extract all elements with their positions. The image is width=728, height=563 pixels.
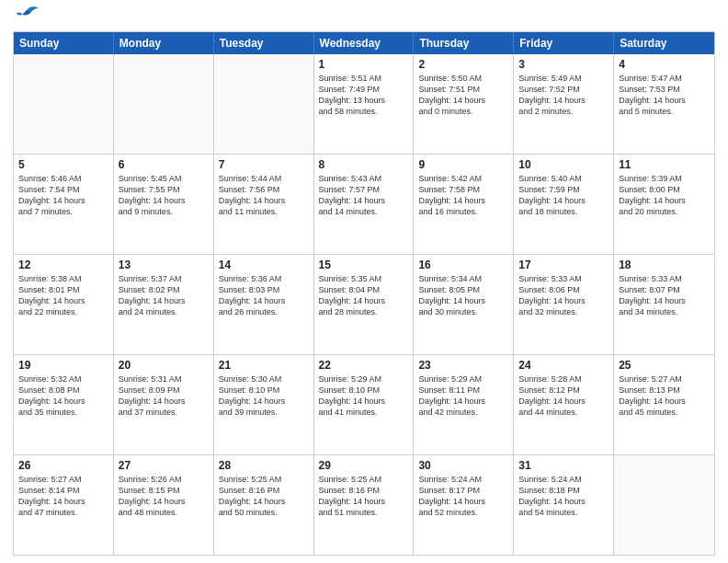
calendar-cell-26: 26Sunrise: 5:27 AM Sunset: 8:14 PM Dayli… — [14, 455, 114, 555]
day-info: Sunrise: 5:50 AM Sunset: 7:51 PM Dayligh… — [418, 73, 508, 118]
header — [13, 9, 715, 24]
day-number: 2 — [418, 58, 508, 71]
day-number: 21 — [219, 359, 309, 372]
calendar-cell-10: 10Sunrise: 5:40 AM Sunset: 7:59 PM Dayli… — [514, 155, 614, 254]
day-number: 27 — [119, 459, 209, 472]
calendar-cell-13: 13Sunrise: 5:37 AM Sunset: 8:02 PM Dayli… — [114, 255, 214, 354]
calendar-cell-12: 12Sunrise: 5:38 AM Sunset: 8:01 PM Dayli… — [14, 255, 114, 354]
calendar-row-1: 5Sunrise: 5:46 AM Sunset: 7:54 PM Daylig… — [14, 154, 714, 254]
calendar-row-2: 12Sunrise: 5:38 AM Sunset: 8:01 PM Dayli… — [14, 254, 714, 354]
day-info: Sunrise: 5:47 AM Sunset: 7:53 PM Dayligh… — [619, 73, 710, 118]
day-info: Sunrise: 5:35 AM Sunset: 8:04 PM Dayligh… — [319, 273, 409, 318]
calendar-cell-20: 20Sunrise: 5:31 AM Sunset: 8:09 PM Dayli… — [114, 355, 214, 454]
day-number: 26 — [18, 459, 108, 472]
weekday-header-saturday: Saturday — [614, 32, 714, 54]
day-number: 13 — [119, 259, 209, 271]
calendar-cell-empty-0-0 — [14, 54, 114, 154]
calendar-cell-11: 11Sunrise: 5:39 AM Sunset: 8:00 PM Dayli… — [614, 155, 714, 254]
day-info: Sunrise: 5:38 AM Sunset: 8:01 PM Dayligh… — [18, 273, 108, 318]
calendar: SundayMondayTuesdayWednesdayThursdayFrid… — [13, 31, 715, 556]
day-info: Sunrise: 5:42 AM Sunset: 7:58 PM Dayligh… — [418, 173, 508, 218]
day-number: 11 — [619, 158, 710, 171]
day-number: 22 — [319, 359, 409, 372]
day-number: 25 — [619, 359, 710, 372]
day-number: 18 — [619, 259, 710, 271]
calendar-cell-14: 14Sunrise: 5:36 AM Sunset: 8:03 PM Dayli… — [214, 255, 314, 354]
day-number: 6 — [119, 158, 209, 171]
day-number: 14 — [219, 259, 309, 271]
calendar-cell-empty-4-6 — [614, 455, 714, 555]
calendar-row-3: 19Sunrise: 5:32 AM Sunset: 8:08 PM Dayli… — [14, 354, 714, 454]
day-number: 10 — [518, 158, 609, 171]
calendar-cell-16: 16Sunrise: 5:34 AM Sunset: 8:05 PM Dayli… — [414, 255, 514, 354]
calendar-cell-22: 22Sunrise: 5:29 AM Sunset: 8:10 PM Dayli… — [314, 355, 415, 454]
calendar-cell-15: 15Sunrise: 5:35 AM Sunset: 8:04 PM Dayli… — [314, 255, 415, 354]
day-info: Sunrise: 5:49 AM Sunset: 7:52 PM Dayligh… — [518, 73, 609, 118]
day-number: 16 — [418, 259, 508, 271]
calendar-cell-8: 8Sunrise: 5:43 AM Sunset: 7:57 PM Daylig… — [314, 155, 415, 254]
day-number: 7 — [219, 158, 309, 171]
calendar-cell-5: 5Sunrise: 5:46 AM Sunset: 7:54 PM Daylig… — [14, 155, 114, 254]
day-number: 8 — [319, 158, 409, 171]
day-info: Sunrise: 5:24 AM Sunset: 8:18 PM Dayligh… — [518, 474, 609, 519]
day-number: 24 — [518, 359, 609, 372]
calendar-cell-empty-0-1 — [114, 54, 214, 154]
weekday-header-monday: Monday — [114, 32, 214, 54]
day-info: Sunrise: 5:36 AM Sunset: 8:03 PM Dayligh… — [219, 273, 309, 318]
day-info: Sunrise: 5:40 AM Sunset: 7:59 PM Dayligh… — [518, 173, 609, 218]
day-number: 29 — [319, 459, 409, 472]
day-number: 23 — [418, 359, 508, 372]
calendar-cell-21: 21Sunrise: 5:30 AM Sunset: 8:10 PM Dayli… — [214, 355, 314, 454]
calendar-cell-25: 25Sunrise: 5:27 AM Sunset: 8:13 PM Dayli… — [614, 355, 714, 454]
day-info: Sunrise: 5:33 AM Sunset: 8:07 PM Dayligh… — [619, 273, 710, 318]
day-number: 12 — [18, 259, 108, 271]
calendar-body: 1Sunrise: 5:51 AM Sunset: 7:49 PM Daylig… — [14, 54, 714, 555]
page: SundayMondayTuesdayWednesdayThursdayFrid… — [0, 0, 728, 563]
day-info: Sunrise: 5:43 AM Sunset: 7:57 PM Dayligh… — [319, 173, 409, 218]
weekday-header-tuesday: Tuesday — [214, 32, 314, 54]
day-info: Sunrise: 5:34 AM Sunset: 8:05 PM Dayligh… — [418, 273, 508, 318]
day-info: Sunrise: 5:24 AM Sunset: 8:17 PM Dayligh… — [418, 474, 508, 519]
weekday-header-friday: Friday — [514, 32, 614, 54]
day-info: Sunrise: 5:31 AM Sunset: 8:09 PM Dayligh… — [119, 373, 209, 419]
day-number: 3 — [518, 58, 609, 71]
calendar-cell-30: 30Sunrise: 5:24 AM Sunset: 8:17 PM Dayli… — [414, 455, 514, 555]
day-info: Sunrise: 5:46 AM Sunset: 7:54 PM Dayligh… — [18, 173, 108, 218]
day-info: Sunrise: 5:32 AM Sunset: 8:08 PM Dayligh… — [18, 373, 108, 419]
day-number: 19 — [18, 359, 108, 372]
calendar-cell-1: 1Sunrise: 5:51 AM Sunset: 7:49 PM Daylig… — [314, 54, 415, 154]
logo — [13, 9, 40, 24]
day-info: Sunrise: 5:37 AM Sunset: 8:02 PM Dayligh… — [119, 273, 209, 318]
calendar-cell-23: 23Sunrise: 5:29 AM Sunset: 8:11 PM Dayli… — [414, 355, 514, 454]
calendar-cell-2: 2Sunrise: 5:50 AM Sunset: 7:51 PM Daylig… — [414, 54, 514, 154]
day-info: Sunrise: 5:29 AM Sunset: 8:11 PM Dayligh… — [418, 373, 508, 419]
day-info: Sunrise: 5:33 AM Sunset: 8:06 PM Dayligh… — [518, 273, 609, 318]
calendar-cell-24: 24Sunrise: 5:28 AM Sunset: 8:12 PM Dayli… — [514, 355, 614, 454]
calendar-cell-empty-0-2 — [214, 54, 314, 154]
day-number: 30 — [418, 459, 508, 472]
calendar-cell-6: 6Sunrise: 5:45 AM Sunset: 7:55 PM Daylig… — [114, 155, 214, 254]
calendar-cell-4: 4Sunrise: 5:47 AM Sunset: 7:53 PM Daylig… — [614, 54, 714, 154]
calendar-cell-18: 18Sunrise: 5:33 AM Sunset: 8:07 PM Dayli… — [614, 255, 714, 354]
day-number: 4 — [619, 58, 710, 71]
calendar-header: SundayMondayTuesdayWednesdayThursdayFrid… — [14, 32, 714, 54]
day-number: 1 — [319, 58, 409, 71]
day-info: Sunrise: 5:27 AM Sunset: 8:14 PM Dayligh… — [18, 474, 108, 519]
logo-bird-icon — [15, 6, 40, 26]
calendar-cell-17: 17Sunrise: 5:33 AM Sunset: 8:06 PM Dayli… — [514, 255, 614, 354]
weekday-header-thursday: Thursday — [414, 32, 514, 54]
calendar-cell-31: 31Sunrise: 5:24 AM Sunset: 8:18 PM Dayli… — [514, 455, 614, 555]
day-number: 20 — [119, 359, 209, 372]
day-number: 5 — [18, 158, 108, 171]
calendar-cell-29: 29Sunrise: 5:25 AM Sunset: 8:16 PM Dayli… — [314, 455, 415, 555]
calendar-cell-7: 7Sunrise: 5:44 AM Sunset: 7:56 PM Daylig… — [214, 155, 314, 254]
calendar-row-0: 1Sunrise: 5:51 AM Sunset: 7:49 PM Daylig… — [14, 54, 714, 154]
day-number: 9 — [418, 158, 508, 171]
day-info: Sunrise: 5:25 AM Sunset: 8:16 PM Dayligh… — [219, 474, 309, 519]
day-info: Sunrise: 5:45 AM Sunset: 7:55 PM Dayligh… — [119, 173, 209, 218]
calendar-cell-3: 3Sunrise: 5:49 AM Sunset: 7:52 PM Daylig… — [514, 54, 614, 154]
day-info: Sunrise: 5:39 AM Sunset: 8:00 PM Dayligh… — [619, 173, 710, 218]
calendar-row-4: 26Sunrise: 5:27 AM Sunset: 8:14 PM Dayli… — [14, 454, 714, 555]
calendar-cell-27: 27Sunrise: 5:26 AM Sunset: 8:15 PM Dayli… — [114, 455, 214, 555]
day-number: 17 — [518, 259, 609, 271]
